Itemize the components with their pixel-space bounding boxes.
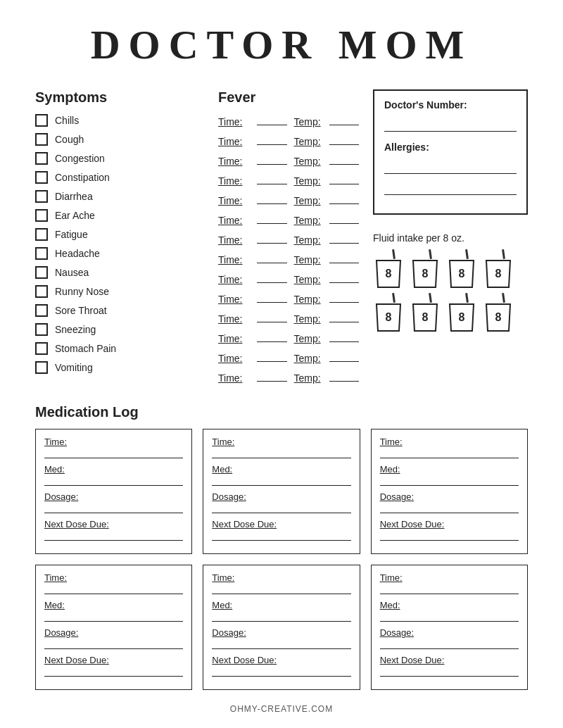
fever-time-label: Time: — [218, 175, 250, 187]
med-next-line — [380, 531, 519, 541]
medication-section: Medication Log Time: Med: Dosage: Next D… — [35, 404, 528, 690]
med-dosage-row: Dosage: — [212, 627, 350, 649]
med-next-line — [44, 667, 183, 677]
symptom-label: Vomiting — [55, 362, 93, 373]
symptom-label: Fatigue — [55, 229, 88, 240]
fever-title: Fever — [218, 89, 359, 106]
med-dosage-row: Dosage: — [212, 491, 350, 513]
symptom-checkbox[interactable] — [35, 228, 48, 241]
symptom-item: Ear Ache — [35, 209, 204, 222]
symptom-checkbox[interactable] — [35, 285, 48, 298]
fluid-cup: 8 — [373, 249, 404, 289]
fever-temp-label: Temp: — [294, 234, 322, 246]
cup-straw — [465, 293, 469, 303]
fever-temp-label: Temp: — [294, 274, 322, 285]
fever-temp-label: Temp: — [294, 156, 322, 167]
med-dosage-line — [212, 639, 350, 649]
fever-time-line — [257, 153, 287, 165]
med-dosage-line — [380, 503, 519, 513]
med-time-label: Time: — [212, 572, 350, 583]
symptom-checkbox[interactable] — [35, 114, 48, 127]
fever-temp-label: Temp: — [294, 195, 322, 206]
fluid-cup: 8 — [446, 293, 477, 332]
symptom-checkbox[interactable] — [35, 266, 48, 279]
symptom-checkbox[interactable] — [35, 152, 48, 165]
symptom-checkbox[interactable] — [35, 342, 48, 355]
fluid-title: Fluid intake per 8 oz. — [373, 232, 528, 244]
med-med-row: Med: — [380, 464, 519, 486]
svg-text:8: 8 — [495, 311, 502, 323]
cup-body: 8 — [410, 259, 440, 289]
symptom-checkbox[interactable] — [35, 190, 48, 203]
symptom-item: Stomach Pain — [35, 342, 204, 355]
med-next-label: Next Dose Due: — [212, 519, 350, 529]
fever-time-line — [257, 134, 287, 145]
fever-temp-label: Temp: — [294, 372, 322, 384]
med-med-line — [44, 612, 183, 622]
allergies-line-1 — [384, 163, 517, 174]
med-time-row: Time: — [44, 572, 183, 594]
symptom-checkbox[interactable] — [35, 171, 48, 184]
cup-straw — [392, 293, 396, 303]
med-dosage-label: Dosage: — [44, 627, 183, 638]
fever-time-label: Time: — [218, 294, 250, 305]
fever-row: Time: Temp: — [218, 351, 359, 364]
svg-text:8: 8 — [386, 311, 392, 323]
fever-time-line — [257, 213, 287, 224]
med-next-label: Next Dose Due: — [380, 519, 519, 529]
cup-body: 8 — [483, 303, 513, 332]
med-time-row: Time: — [212, 437, 350, 458]
fever-temp-label: Temp: — [294, 136, 322, 147]
med-time-line — [44, 448, 183, 458]
med-dosage-label: Dosage: — [44, 491, 183, 502]
med-next-label: Next Dose Due: — [44, 655, 183, 665]
med-dosage-label: Dosage: — [212, 627, 350, 638]
symptom-checkbox[interactable] — [35, 133, 48, 146]
symptom-label: Chills — [55, 115, 79, 126]
fever-temp-label: Temp: — [294, 254, 322, 265]
med-time-label: Time: — [44, 437, 183, 447]
footer: OHMY-CREATIVE.COM — [35, 704, 528, 714]
med-next-row: Next Dose Due: — [212, 519, 350, 541]
med-time-line — [212, 584, 350, 594]
fever-time-line — [257, 351, 287, 362]
symptom-checkbox[interactable] — [35, 247, 48, 260]
fever-row: Time: Temp: — [218, 331, 359, 344]
fluid-cups-row1: 8 8 8 8 — [373, 249, 528, 289]
med-time-line — [212, 448, 350, 458]
fever-time-line — [257, 193, 287, 204]
symptom-item: Vomiting — [35, 361, 204, 374]
allergies-label: Allergies: — [384, 142, 517, 153]
fever-temp-line — [329, 311, 360, 322]
fever-time-line — [257, 232, 287, 244]
fluid-cup: 8 — [410, 293, 441, 332]
med-dosage-line — [212, 503, 350, 513]
symptom-checkbox[interactable] — [35, 323, 48, 336]
med-next-label: Next Dose Due: — [44, 519, 183, 529]
symptom-label: Cough — [55, 134, 84, 145]
med-time-label: Time: — [44, 572, 183, 583]
med-med-row: Med: — [380, 600, 519, 622]
symptoms-list: Chills Cough Congestion Constipation Dia… — [35, 114, 204, 374]
cup-body: 8 — [374, 303, 403, 332]
fever-time-line — [257, 370, 287, 382]
symptom-checkbox[interactable] — [35, 361, 48, 374]
med-med-line — [212, 612, 350, 622]
med-next-row: Next Dose Due: — [212, 655, 350, 677]
med-dosage-row: Dosage: — [44, 627, 183, 649]
med-dosage-label: Dosage: — [212, 491, 350, 502]
symptom-item: Cough — [35, 133, 204, 146]
med-time-label: Time: — [212, 437, 350, 447]
fever-row: Time: Temp: — [218, 291, 359, 305]
cup-straw — [392, 249, 396, 259]
symptom-checkbox[interactable] — [35, 209, 48, 222]
med-dosage-row: Dosage: — [380, 491, 519, 513]
cup-body: 8 — [410, 303, 440, 332]
svg-text:8: 8 — [422, 311, 429, 323]
fever-time-label: Time: — [218, 254, 250, 265]
symptom-checkbox[interactable] — [35, 304, 48, 317]
fever-row: Time: Temp: — [218, 114, 359, 127]
fever-row: Time: Temp: — [218, 232, 359, 246]
fever-row: Time: Temp: — [218, 311, 359, 325]
fever-time-label: Time: — [218, 234, 250, 246]
